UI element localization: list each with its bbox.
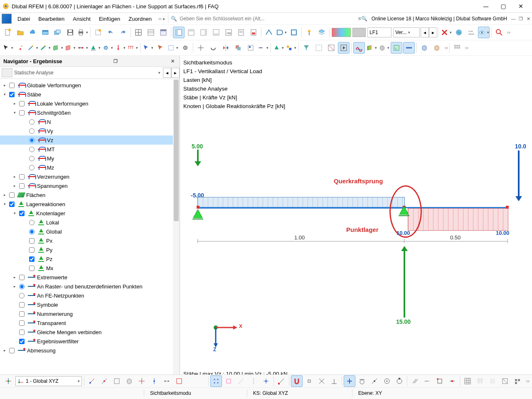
cb-lager[interactable] bbox=[9, 202, 15, 207]
tree-raster[interactable]: An Raster- und benutzerdefinierten Punkt… bbox=[37, 283, 143, 290]
print-icon[interactable]: ▾ bbox=[77, 27, 89, 38]
tree-fe[interactable]: An FE-Netzpunkten bbox=[37, 293, 84, 299]
cb-knoten[interactable] bbox=[19, 211, 25, 216]
view-b-icon[interactable]: ▾ bbox=[276, 27, 287, 38]
tree-verzerrungen[interactable]: Verzerrungen bbox=[37, 174, 69, 180]
snap-mid[interactable] bbox=[303, 375, 315, 387]
snap-ins[interactable] bbox=[434, 375, 446, 387]
combo-next[interactable]: ► bbox=[171, 68, 180, 78]
tree-spannungen[interactable]: Spannungen bbox=[37, 183, 68, 189]
panel1-icon[interactable] bbox=[173, 27, 185, 38]
snap-end[interactable] bbox=[276, 375, 287, 387]
cb-flachen[interactable] bbox=[9, 192, 15, 198]
cb-mx[interactable] bbox=[29, 266, 34, 271]
load-star-icon[interactable]: ▾ bbox=[114, 42, 126, 54]
panel2-icon[interactable] bbox=[185, 27, 197, 38]
sel-box-icon[interactable]: ▾ bbox=[167, 42, 179, 54]
cursor-icon[interactable]: ▾ bbox=[2, 42, 14, 54]
curs3-icon[interactable] bbox=[155, 42, 166, 54]
scale-icon[interactable] bbox=[245, 42, 256, 54]
tree-globale-verformungen[interactable]: Globale Verformungen bbox=[27, 82, 81, 89]
footer-overflow[interactable]: ›› bbox=[526, 378, 530, 384]
app-menu-icon[interactable] bbox=[2, 14, 12, 24]
ft-g[interactable] bbox=[161, 375, 172, 387]
grid-big-icon[interactable] bbox=[451, 42, 463, 54]
tree-symbole[interactable]: Symbole bbox=[37, 302, 58, 308]
mdi-close[interactable]: ✕ bbox=[525, 16, 532, 22]
tree-abmessung[interactable]: Abmessung bbox=[27, 347, 56, 354]
grid-tb[interactable] bbox=[462, 375, 473, 387]
blocks-icon[interactable] bbox=[52, 27, 64, 38]
surf-star-icon[interactable]: ▾ bbox=[52, 42, 64, 54]
tree-transparent[interactable]: Transparent bbox=[37, 320, 66, 326]
form1-icon[interactable] bbox=[145, 27, 157, 38]
cube1-icon[interactable] bbox=[419, 42, 430, 54]
tree-extremwerte[interactable]: Extremwerte bbox=[37, 274, 67, 281]
rb-raster[interactable] bbox=[19, 284, 25, 289]
desel-icon[interactable] bbox=[325, 42, 337, 54]
report2-icon[interactable] bbox=[248, 27, 259, 38]
hinge-star-icon[interactable]: ▾ bbox=[102, 42, 113, 54]
tree-pz[interactable]: Pz bbox=[46, 256, 52, 262]
cb-abm[interactable] bbox=[9, 348, 15, 353]
rb-n[interactable] bbox=[29, 119, 34, 125]
rb-vz[interactable] bbox=[29, 138, 34, 143]
ft-d[interactable] bbox=[123, 375, 135, 387]
form2-icon[interactable] bbox=[158, 27, 169, 38]
loadcase-combo-2[interactable]: Ver...▾ bbox=[393, 27, 420, 37]
snap-tang[interactable] bbox=[356, 375, 368, 387]
rb-global[interactable] bbox=[29, 229, 34, 234]
rb-mt[interactable] bbox=[29, 147, 34, 152]
navigator-combo[interactable]: Statische Analyse ▾ ◄ ► bbox=[0, 67, 180, 79]
color-scale[interactable] bbox=[332, 28, 351, 37]
rb-lokal[interactable] bbox=[29, 220, 34, 225]
block-icon[interactable] bbox=[39, 27, 51, 38]
extend-icon[interactable]: ▾ bbox=[257, 42, 269, 54]
grid1-icon[interactable] bbox=[133, 27, 144, 38]
script-icon[interactable]: >sc bbox=[223, 27, 234, 38]
rb-vy[interactable] bbox=[29, 128, 34, 134]
tree-scrollbar[interactable] bbox=[173, 79, 180, 374]
tree-gleiche[interactable]: Gleiche Mengen verbinden bbox=[37, 329, 101, 335]
navigator-tree[interactable]: ▸Globale Verformungen ▾Stäbe ▸Lokale Ver… bbox=[0, 79, 180, 374]
line-blue-icon[interactable] bbox=[403, 42, 415, 54]
snap-ext2[interactable] bbox=[421, 375, 433, 387]
loadcase-combo[interactable]: LF1 bbox=[367, 27, 392, 37]
tree-ergebnis[interactable]: Ergebniswertfilter bbox=[37, 338, 79, 345]
tree-lokal[interactable]: Lokal bbox=[46, 219, 59, 226]
tree-mt[interactable]: MT bbox=[47, 146, 55, 153]
snap-ortho[interactable] bbox=[344, 375, 355, 387]
snap-quad[interactable] bbox=[394, 375, 405, 387]
del-res-icon[interactable]: ▾ bbox=[441, 27, 452, 38]
cb-ergebnis[interactable] bbox=[19, 339, 25, 344]
snap-magnet[interactable] bbox=[291, 375, 303, 387]
search-input[interactable] bbox=[179, 14, 288, 23]
cloud-icon[interactable] bbox=[27, 27, 39, 38]
snap-grid[interactable] bbox=[210, 375, 222, 387]
menu-file[interactable]: Datei bbox=[13, 14, 34, 24]
xxx-icon[interactable]: x.xx bbox=[466, 27, 477, 38]
filter-icon[interactable] bbox=[300, 42, 312, 54]
earth-icon[interactable] bbox=[453, 27, 465, 38]
tree-lokale-verformungen[interactable]: Lokale Verformungen bbox=[37, 101, 89, 107]
tree-schnittgrossen[interactable]: Schnittgrößen bbox=[37, 110, 71, 116]
grid-tb2[interactable] bbox=[474, 375, 486, 387]
cs-combo[interactable]: 1 - Global XYZ▾ bbox=[15, 376, 82, 386]
save-icon[interactable] bbox=[64, 27, 76, 38]
menu-edit[interactable]: Bearbeiten bbox=[34, 14, 69, 24]
val-green-icon[interactable]: ± bbox=[391, 42, 402, 54]
tree-mx[interactable]: Mx bbox=[46, 265, 53, 271]
snap-perp[interactable] bbox=[328, 375, 340, 387]
eye-icon[interactable]: ▾ bbox=[478, 27, 490, 38]
sup-star-icon[interactable]: ▾ bbox=[89, 42, 101, 54]
snap-obj[interactable] bbox=[223, 375, 234, 387]
cb-py[interactable] bbox=[29, 247, 34, 253]
snap-near[interactable] bbox=[369, 375, 380, 387]
snap-point[interactable] bbox=[260, 375, 272, 387]
toolbar2-overflow[interactable]: ›› bbox=[445, 45, 448, 51]
dot-beam-icon[interactable]: ▾ bbox=[77, 42, 89, 54]
grid-tb3[interactable] bbox=[487, 375, 498, 387]
rb-mz[interactable] bbox=[29, 165, 34, 170]
pin-icon[interactable] bbox=[303, 27, 315, 38]
redo-icon[interactable] bbox=[117, 27, 129, 38]
